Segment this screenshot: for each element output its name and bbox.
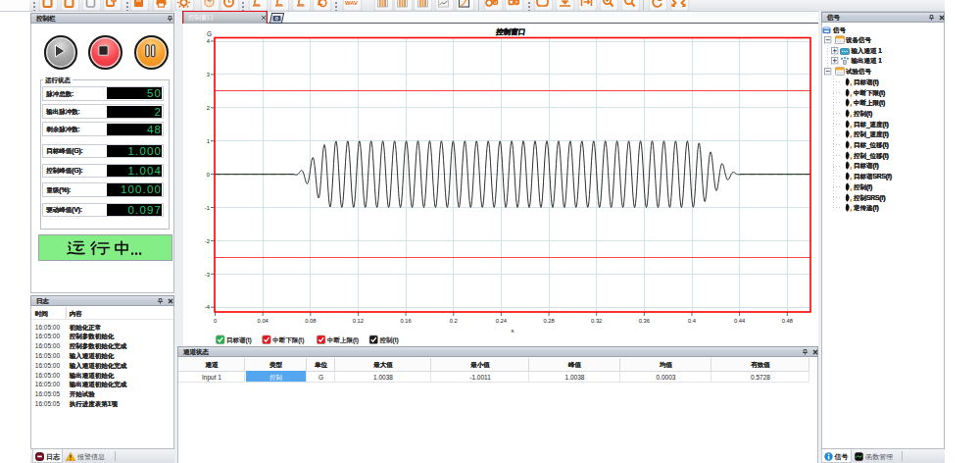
- svg-text:0.24: 0.24: [496, 318, 508, 324]
- svg-text:0: 0: [214, 318, 217, 324]
- svg-text:0.36: 0.36: [639, 318, 650, 324]
- svg-text:0.2: 0.2: [450, 318, 458, 324]
- svg-text:WAV: WAV: [345, 0, 358, 6]
- svg-text:0.16: 0.16: [400, 318, 411, 324]
- svg-text:中断上限(t): 中断上限(t): [327, 336, 359, 344]
- svg-text:-2: -2: [205, 238, 210, 244]
- svg-text:0.44: 0.44: [734, 318, 746, 324]
- svg-text:0.04: 0.04: [258, 318, 270, 324]
- svg-text:0: 0: [207, 172, 210, 178]
- svg-text:0.48: 0.48: [782, 318, 793, 324]
- svg-text:0.4: 0.4: [688, 318, 697, 324]
- svg-text:2: 2: [207, 105, 210, 111]
- svg-text:中断下限(t): 中断下限(t): [272, 336, 304, 344]
- svg-text:-4: -4: [205, 304, 211, 310]
- svg-text:0.32: 0.32: [591, 318, 602, 324]
- svg-text:1: 1: [207, 138, 210, 144]
- svg-text:-1: -1: [205, 205, 210, 211]
- svg-text:0.12: 0.12: [353, 318, 364, 324]
- svg-text:s: s: [512, 328, 514, 334]
- svg-text:G: G: [207, 30, 212, 37]
- svg-text:3: 3: [207, 72, 210, 77]
- svg-text:控制窗口: 控制窗口: [495, 27, 526, 36]
- svg-text:目标谱(t): 目标谱(t): [226, 336, 252, 344]
- svg-text:-3: -3: [205, 272, 210, 278]
- svg-text:0.08: 0.08: [305, 318, 316, 324]
- svg-text:0.28: 0.28: [543, 318, 554, 324]
- svg-text:控制(t): 控制(t): [380, 336, 399, 344]
